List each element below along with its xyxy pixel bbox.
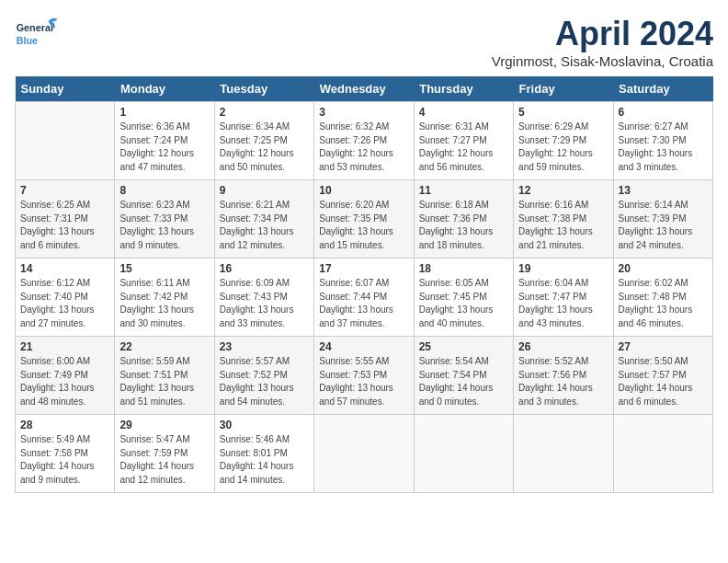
calendar-cell: 24Sunrise: 5:55 AMSunset: 7:53 PMDayligh…: [314, 337, 414, 415]
day-number: 11: [419, 184, 508, 197]
day-number: 6: [619, 106, 708, 119]
day-number: 19: [518, 262, 608, 275]
calendar-cell: 20Sunrise: 6:02 AMSunset: 7:48 PMDayligh…: [613, 259, 712, 337]
weekday-header: Sunday: [16, 76, 115, 102]
day-number: 12: [518, 184, 608, 197]
day-info: Sunrise: 5:52 AMSunset: 7:56 PMDaylight:…: [518, 355, 608, 408]
calendar-cell: 15Sunrise: 6:11 AMSunset: 7:42 PMDayligh…: [115, 259, 214, 337]
logo-icon: General Blue: [15, 15, 61, 52]
day-info: Sunrise: 6:16 AMSunset: 7:38 PMDaylight:…: [518, 199, 608, 252]
calendar-cell: 27Sunrise: 5:50 AMSunset: 7:57 PMDayligh…: [613, 337, 712, 415]
calendar-cell: 30Sunrise: 5:46 AMSunset: 8:01 PMDayligh…: [214, 415, 313, 493]
day-info: Sunrise: 5:46 AMSunset: 8:01 PMDaylight:…: [220, 433, 309, 487]
day-number: 22: [119, 340, 209, 353]
day-info: Sunrise: 6:09 AMSunset: 7:43 PMDaylight:…: [220, 277, 309, 330]
calendar-cell: 21Sunrise: 6:00 AMSunset: 7:49 PMDayligh…: [16, 337, 115, 415]
calendar-week-row: 7Sunrise: 6:25 AMSunset: 7:31 PMDaylight…: [16, 180, 713, 259]
calendar-cell: 22Sunrise: 5:59 AMSunset: 7:51 PMDayligh…: [115, 337, 214, 415]
calendar-cell: [414, 415, 513, 493]
day-number: 3: [319, 106, 408, 119]
weekday-header: Friday: [514, 76, 613, 102]
calendar-body: 1Sunrise: 6:36 AMSunset: 7:24 PMDaylight…: [16, 102, 713, 493]
day-info: Sunrise: 5:47 AMSunset: 7:59 PMDaylight:…: [119, 433, 209, 487]
calendar-cell: 8Sunrise: 6:23 AMSunset: 7:33 PMDaylight…: [115, 180, 214, 259]
weekday-row: SundayMondayTuesdayWednesdayThursdayFrid…: [16, 76, 713, 102]
calendar-week-row: 1Sunrise: 6:36 AMSunset: 7:24 PMDaylight…: [16, 102, 713, 180]
weekday-header: Tuesday: [214, 76, 313, 102]
calendar-cell: 1Sunrise: 6:36 AMSunset: 7:24 PMDaylight…: [115, 102, 214, 180]
day-number: 7: [20, 184, 109, 197]
day-info: Sunrise: 6:27 AMSunset: 7:30 PMDaylight:…: [619, 121, 708, 174]
day-number: 21: [20, 340, 109, 353]
day-info: Sunrise: 6:34 AMSunset: 7:25 PMDaylight:…: [220, 121, 309, 174]
day-number: 16: [220, 262, 309, 275]
page-header: General Blue April 2024 Vrginmost, Sisak…: [15, 15, 713, 69]
location: Vrginmost, Sisak-Moslavina, Croatia: [492, 53, 713, 69]
day-info: Sunrise: 5:50 AMSunset: 7:57 PMDaylight:…: [619, 355, 708, 408]
day-number: 24: [319, 340, 408, 353]
day-number: 1: [119, 106, 209, 119]
day-number: 26: [518, 340, 608, 353]
day-number: 2: [220, 106, 309, 119]
day-number: 28: [20, 419, 109, 431]
calendar-cell: 17Sunrise: 6:07 AMSunset: 7:44 PMDayligh…: [314, 259, 414, 337]
calendar-cell: [613, 415, 712, 493]
calendar-header: SundayMondayTuesdayWednesdayThursdayFrid…: [16, 76, 713, 102]
calendar-cell: [314, 415, 414, 493]
day-info: Sunrise: 6:02 AMSunset: 7:48 PMDaylight:…: [619, 277, 708, 330]
day-info: Sunrise: 6:21 AMSunset: 7:34 PMDaylight:…: [220, 199, 309, 252]
day-info: Sunrise: 6:05 AMSunset: 7:45 PMDaylight:…: [419, 277, 508, 330]
calendar-cell: 3Sunrise: 6:32 AMSunset: 7:26 PMDaylight…: [314, 102, 414, 180]
calendar-cell: 14Sunrise: 6:12 AMSunset: 7:40 PMDayligh…: [16, 259, 115, 337]
calendar-cell: 28Sunrise: 5:49 AMSunset: 7:58 PMDayligh…: [16, 415, 115, 493]
calendar-cell: [514, 415, 613, 493]
day-number: 30: [220, 419, 309, 431]
day-number: 17: [319, 262, 408, 275]
day-number: 9: [220, 184, 309, 197]
calendar-cell: 13Sunrise: 6:14 AMSunset: 7:39 PMDayligh…: [613, 180, 712, 259]
weekday-header: Wednesday: [314, 76, 414, 102]
day-info: Sunrise: 5:57 AMSunset: 7:52 PMDaylight:…: [220, 355, 309, 408]
svg-text:Blue: Blue: [17, 35, 38, 46]
calendar-cell: 16Sunrise: 6:09 AMSunset: 7:43 PMDayligh…: [214, 259, 313, 337]
calendar-cell: 10Sunrise: 6:20 AMSunset: 7:35 PMDayligh…: [314, 180, 414, 259]
calendar-cell: [16, 102, 115, 180]
calendar-cell: 5Sunrise: 6:29 AMSunset: 7:29 PMDaylight…: [514, 102, 613, 180]
day-number: 23: [220, 340, 309, 353]
day-info: Sunrise: 6:07 AMSunset: 7:44 PMDaylight:…: [319, 277, 408, 330]
day-info: Sunrise: 6:32 AMSunset: 7:26 PMDaylight:…: [319, 121, 408, 174]
day-number: 5: [518, 106, 608, 119]
title-block: April 2024 Vrginmost, Sisak-Moslavina, C…: [492, 15, 713, 69]
day-info: Sunrise: 6:25 AMSunset: 7:31 PMDaylight:…: [20, 199, 109, 252]
calendar-cell: 18Sunrise: 6:05 AMSunset: 7:45 PMDayligh…: [414, 259, 513, 337]
day-info: Sunrise: 6:18 AMSunset: 7:36 PMDaylight:…: [419, 199, 508, 252]
day-number: 14: [20, 262, 109, 275]
calendar-cell: 23Sunrise: 5:57 AMSunset: 7:52 PMDayligh…: [214, 337, 313, 415]
month-title: April 2024: [492, 15, 713, 53]
weekday-header: Monday: [115, 76, 214, 102]
day-info: Sunrise: 6:11 AMSunset: 7:42 PMDaylight:…: [119, 277, 209, 330]
day-info: Sunrise: 5:55 AMSunset: 7:53 PMDaylight:…: [319, 355, 408, 408]
calendar-cell: 25Sunrise: 5:54 AMSunset: 7:54 PMDayligh…: [414, 337, 513, 415]
day-info: Sunrise: 6:20 AMSunset: 7:35 PMDaylight:…: [319, 199, 408, 252]
calendar-cell: 12Sunrise: 6:16 AMSunset: 7:38 PMDayligh…: [514, 180, 613, 259]
calendar-cell: 11Sunrise: 6:18 AMSunset: 7:36 PMDayligh…: [414, 180, 513, 259]
calendar-cell: 26Sunrise: 5:52 AMSunset: 7:56 PMDayligh…: [514, 337, 613, 415]
day-info: Sunrise: 5:49 AMSunset: 7:58 PMDaylight:…: [20, 433, 109, 487]
day-info: Sunrise: 6:00 AMSunset: 7:49 PMDaylight:…: [20, 355, 109, 408]
day-number: 4: [419, 106, 508, 119]
weekday-header: Saturday: [613, 76, 712, 102]
day-info: Sunrise: 6:36 AMSunset: 7:24 PMDaylight:…: [119, 121, 209, 174]
day-info: Sunrise: 6:04 AMSunset: 7:47 PMDaylight:…: [518, 277, 608, 330]
calendar-week-row: 28Sunrise: 5:49 AMSunset: 7:58 PMDayligh…: [16, 415, 713, 493]
calendar-cell: 6Sunrise: 6:27 AMSunset: 7:30 PMDaylight…: [613, 102, 712, 180]
day-number: 8: [119, 184, 209, 197]
day-number: 10: [319, 184, 408, 197]
day-number: 27: [619, 340, 708, 353]
calendar-cell: 2Sunrise: 6:34 AMSunset: 7:25 PMDaylight…: [214, 102, 313, 180]
day-info: Sunrise: 6:31 AMSunset: 7:27 PMDaylight:…: [419, 121, 508, 174]
calendar-week-row: 21Sunrise: 6:00 AMSunset: 7:49 PMDayligh…: [16, 337, 713, 415]
day-info: Sunrise: 6:14 AMSunset: 7:39 PMDaylight:…: [619, 199, 708, 252]
day-info: Sunrise: 6:23 AMSunset: 7:33 PMDaylight:…: [119, 199, 209, 252]
calendar-cell: 29Sunrise: 5:47 AMSunset: 7:59 PMDayligh…: [115, 415, 214, 493]
